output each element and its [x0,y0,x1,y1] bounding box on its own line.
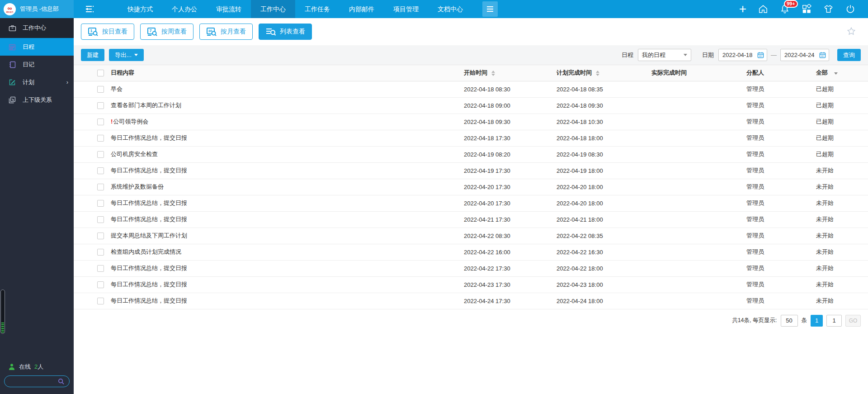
table-row[interactable]: 早会 2022-04-18 08:30 2022-04-18 08:35 管理员… [74,81,868,97]
sidebar-item-schedule[interactable]: 日程 [0,38,74,56]
sidebar-item-label: 日程 [23,43,34,51]
topbar-user-area[interactable]: ∞ 华天动力 管理员 -信息部 [0,0,74,18]
calendar-picker-icon[interactable] [757,52,764,58]
table-row[interactable]: !公司领导例会 2022-04-18 09:30 2022-04-18 10:3… [74,114,868,130]
table-row[interactable]: 查看各部门本周的工作计划 2022-04-18 09:00 2022-04-18… [74,97,868,114]
cell-assignee: 管理员 [746,179,816,195]
edge-panel-handle[interactable] [0,290,5,334]
cell-assignee: 管理员 [746,211,816,228]
date-from-input[interactable] [722,52,757,58]
sidebar-search-input[interactable] [5,378,58,385]
row-checkbox[interactable] [97,298,104,304]
collapse-menu-icon[interactable] [84,3,95,15]
cell-start-time: 2022-04-22 08:30 [464,228,557,244]
row-checkbox[interactable] [97,281,104,288]
sort-icon[interactable] [491,71,495,76]
calendar-picker-icon[interactable] [819,52,826,58]
cell-start-time: 2022-04-18 17:30 [464,130,557,146]
sidebar-item-diary[interactable]: 日记 [0,56,74,73]
nav-item-work-center[interactable]: 工作中心 [251,0,295,18]
table-row[interactable]: 公司机房安全检查 2022-04-19 08:20 2022-04-19 08:… [74,146,868,162]
table-row[interactable]: 每日工作情况总结，提交日报 2022-04-19 17:30 2022-04-1… [74,162,868,179]
nav-item-internal-mail[interactable]: 内部邮件 [340,0,384,18]
schedule-filter-select[interactable]: 我的日程 [638,49,691,61]
more-menus-button[interactable] [482,1,498,17]
cell-planned-time: 2022-04-20 18:00 [557,195,651,211]
table-row[interactable]: 提交本周总结及下周工作计划 2022-04-22 08:30 2022-04-2… [74,228,868,244]
page-size-input[interactable] [781,315,798,327]
calendar-icon [8,43,16,51]
query-button[interactable]: 查询 [837,49,861,61]
row-checkbox[interactable] [97,151,104,158]
export-button[interactable]: 导出... [109,49,144,61]
person-icon [8,363,15,370]
nav-item-personal-office[interactable]: 个人办公 [162,0,207,18]
cell-assignee: 管理员 [746,130,816,146]
row-checkbox[interactable] [97,86,104,93]
sidebar-item-work-center[interactable]: 工作中心 [0,18,74,38]
cell-content: 早会 [111,81,464,97]
table-row[interactable]: 系统维护及数据备份 2022-04-20 17:30 2022-04-20 18… [74,179,868,195]
table-row[interactable]: 每日工作情况总结，提交日报 2022-04-20 17:30 2022-04-2… [74,195,868,211]
nav-item-shortcuts[interactable]: 快捷方式 [118,0,162,18]
cell-planned-time: 2022-04-18 10:30 [557,114,651,130]
view-by-week-button[interactable]: 7 按周查看 [140,24,193,40]
goto-page-input[interactable] [826,315,842,327]
row-checkbox[interactable] [97,135,104,142]
sidebar: 工作中心 日程 日记 计划 [0,18,74,394]
cell-content: 检查组内成员计划完成情况 [111,244,464,260]
go-button[interactable]: GO [845,315,861,327]
row-checkbox[interactable] [97,249,104,256]
cell-actual-time [651,211,746,228]
list-view-icon [265,27,276,37]
row-checkbox[interactable] [97,233,104,239]
view-by-month-button[interactable]: 30 按月查看 [199,24,253,40]
nav-item-work-tasks[interactable]: 工作任务 [295,0,340,18]
favorite-star-icon[interactable] [846,26,856,36]
logout-power-icon[interactable] [845,4,855,14]
header-assignee: 分配人 [746,65,816,81]
new-button[interactable]: 新建 [81,49,104,61]
select-all-checkbox[interactable] [97,70,104,76]
view-as-list-button[interactable]: 列表查看 [259,24,312,40]
cell-assignee: 管理员 [746,97,816,114]
header-content: 日程内容 [111,65,464,81]
sidebar-item-relations[interactable]: 上下级关系 [0,91,74,109]
row-checkbox[interactable] [97,200,104,207]
table-row[interactable]: 每日工作情况总结，提交日报 2022-04-23 17:30 2022-04-2… [74,276,868,293]
nav-item-project-mgmt[interactable]: 项目管理 [384,0,428,18]
row-checkbox[interactable] [97,184,104,190]
theme-shirt-icon[interactable] [823,4,834,14]
row-checkbox[interactable] [97,265,104,272]
nav-item-doc-center[interactable]: 文档中心 [428,0,472,18]
app-logo-icon: ∞ 华天动力 [4,3,16,15]
table-row[interactable]: 检查组内成员计划完成情况 2022-04-22 16:00 2022-04-22… [74,244,868,260]
online-users-row[interactable]: 在线 2人 [8,363,43,371]
topbar-actions: + 99+ [739,3,868,15]
nav-item-approval-flow[interactable]: 审批流转 [207,0,251,18]
cell-assignee: 管理员 [746,244,816,260]
table-row[interactable]: 每日工作情况总结，提交日报 2022-04-24 17:30 2022-04-2… [74,293,868,309]
row-checkbox[interactable] [97,216,104,223]
home-icon[interactable] [758,4,768,14]
table-row[interactable]: 每日工作情况总结，提交日报 2022-04-22 17:30 2022-04-2… [74,260,868,276]
page-1-button[interactable]: 1 [811,315,823,327]
apps-grid-icon[interactable] [802,4,811,14]
row-checkbox[interactable] [97,102,104,109]
header-status-filter[interactable]: 全部 [816,65,868,81]
sort-icon[interactable] [596,71,599,76]
notifications-bell-icon[interactable]: 99+ [780,4,790,14]
sidebar-item-plan[interactable]: 计划 › [0,73,74,91]
table-row[interactable]: 每日工作情况总结，提交日报 2022-04-21 17:30 2022-04-2… [74,211,868,228]
date-to-input[interactable] [784,52,819,58]
table-row[interactable]: 每日工作情况总结，提交日报 2022-04-18 17:30 2022-04-1… [74,130,868,146]
search-icon[interactable] [58,378,65,385]
row-checkbox[interactable] [97,167,104,174]
row-checkbox[interactable] [97,119,104,125]
cell-content: !公司领导例会 [111,114,464,130]
add-icon[interactable]: + [739,3,746,15]
online-count: 2人 [34,363,43,371]
view-by-day-button[interactable]: 1 按日查看 [81,24,134,40]
schedule-table: 日程内容 开始时间 计划完成时间 实际完成时间 分配人 全部 早 [74,65,868,309]
cell-start-time: 2022-04-19 08:20 [464,146,557,162]
